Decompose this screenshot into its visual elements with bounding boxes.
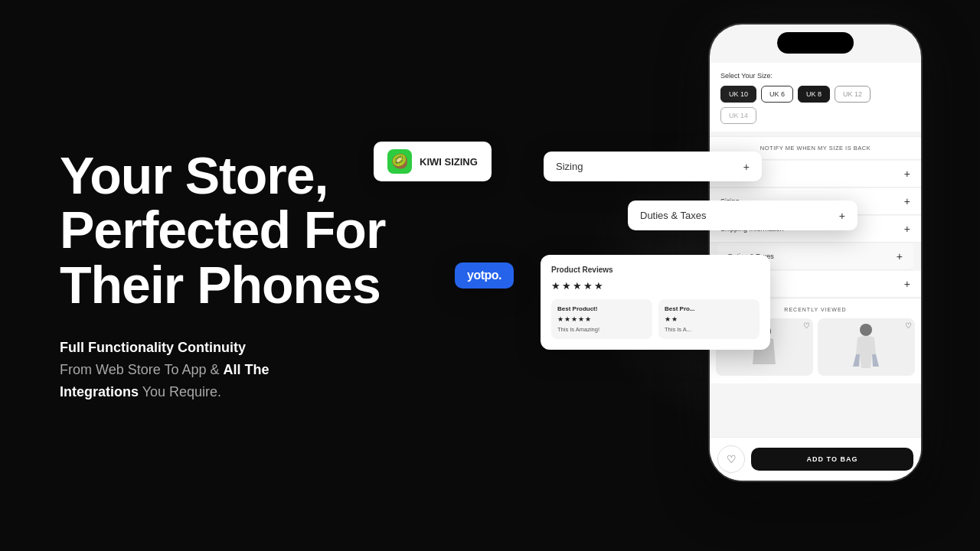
subtext-line2-start: From Web Store To App & [60,362,223,377]
star-3: ★ [573,280,582,292]
subtext: Full Functionality Continuity From Web S… [60,337,427,403]
duties-card: Duties & Taxes + [628,201,858,230]
headline: Your Store, Perfected For Their Phones [60,148,427,312]
review2-stars: ★ ★ [665,315,753,323]
reviews-card: Product Reviews ★ ★ ★ ★ ★ Best Product! … [541,255,770,350]
review-cards-row: Best Product! ★ ★ ★ ★ ★ This Is Amazing!… [551,299,760,339]
kiwi-icon: 🥝 [387,149,412,174]
returns-plus-icon: + [904,279,910,289]
size-uk12[interactable]: UK 12 [835,86,871,103]
review2-title: Best Pro... [665,305,753,312]
sizing-label: Sizing [556,161,583,172]
person-silhouette-2 [845,322,887,376]
add-to-bag-button[interactable]: ADD TO BAG [751,448,913,471]
review2-text: This Is A... [665,326,753,333]
review1-text: This Is Amazing! [557,326,646,333]
duties-plus-icon: + [839,210,845,221]
star-1: ★ [551,280,560,292]
rv-heart-2[interactable]: ♡ [905,321,912,330]
rv-heart-1[interactable]: ♡ [803,321,810,330]
left-content: Your Store, Perfected For Their Phones F… [60,148,427,403]
shipping-plus-icon: + [904,223,910,234]
star-4: ★ [583,280,593,292]
size-uk14[interactable]: UK 14 [720,107,756,124]
overall-stars-row: ★ ★ ★ ★ ★ [551,280,760,292]
sizing-dropdown-card: Sizing + [544,152,762,181]
duties-label: Duties & Taxes [640,210,706,221]
phone-notch [777,32,854,54]
kiwi-label: KIWI SIZING [420,156,478,168]
review-card-1: Best Product! ★ ★ ★ ★ ★ This Is Amazing! [551,299,652,339]
yotpo-card: yotpo. [455,262,514,289]
yotpo-label: yotpo. [467,269,501,282]
size-options: UK 10 UK 6 UK 8 UK 12 UK 14 [720,86,910,124]
description-plus-icon: + [904,168,910,179]
star-5: ★ [594,280,603,292]
review1-stars: ★ ★ ★ ★ ★ [557,315,646,323]
rv-item-2: ♡ [818,318,915,376]
wishlist-button[interactable]: ♡ [717,445,745,473]
review1-title: Best Product! [557,305,646,312]
size-uk6[interactable]: UK 6 [761,86,793,103]
kiwi-sizing-card: 🥝 KIWI SIZING [374,142,492,181]
size-uk10[interactable]: UK 10 [720,86,756,103]
subtext-line1: Full Functionality Continuity [60,340,246,355]
duties-accordion-plus-icon: + [897,251,903,262]
subtext-end: You Require. [139,383,221,399]
phone-frame: Select Your Size: UK 10 UK 6 UK 8 UK 12 … [708,23,923,482]
phone-screen: Select Your Size: UK 10 UK 6 UK 8 UK 12 … [710,24,921,481]
sizing-plus-icon: + [743,161,750,172]
subtext-bold-1: All The [223,362,269,377]
bottom-bar: ♡ ADD TO BAG [710,437,921,481]
size-label: Select Your Size: [720,72,910,80]
star-2: ★ [562,280,571,292]
review-card-2: Best Pro... ★ ★ This Is A... [658,299,760,339]
size-section: Select Your Size: UK 10 UK 6 UK 8 UK 12 … [710,63,921,132]
size-uk8[interactable]: UK 8 [798,86,830,103]
reviews-title: Product Reviews [551,266,760,274]
sizing-accordion-plus-icon: + [904,196,910,207]
svg-point-4 [860,324,872,336]
subtext-bold-2: Integrations [60,383,139,399]
